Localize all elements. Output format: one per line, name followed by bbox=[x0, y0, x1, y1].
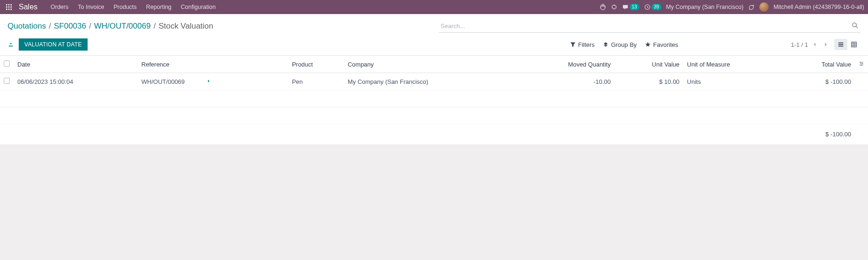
cell-total-value: $ -100.00 bbox=[782, 73, 855, 90]
optional-columns-button[interactable] bbox=[855, 56, 868, 73]
cell-product: Pen bbox=[288, 73, 344, 90]
valuation-table: Date Reference Product Company Moved Qua… bbox=[0, 56, 868, 145]
pivot-view-button[interactable] bbox=[847, 39, 861, 50]
favorites-dropdown[interactable]: Favorites bbox=[645, 41, 678, 48]
breadcrumb-order[interactable]: SF00036 bbox=[54, 22, 86, 31]
table-row[interactable]: 06/06/2023 15:00:04 WH/OUT/00069 Pen My … bbox=[0, 73, 868, 90]
svg-rect-1 bbox=[8, 4, 10, 6]
filters-dropdown[interactable]: Filters bbox=[570, 41, 594, 48]
col-reference[interactable]: Reference bbox=[138, 56, 288, 73]
row-checkbox[interactable] bbox=[4, 78, 10, 84]
select-all-checkbox[interactable] bbox=[4, 60, 10, 67]
nav-to-invoice[interactable]: To Invoice bbox=[73, 1, 109, 13]
search-bar bbox=[439, 20, 861, 33]
svg-rect-5 bbox=[11, 7, 12, 8]
col-uom[interactable]: Unit of Measure bbox=[683, 56, 782, 73]
sliders-icon bbox=[859, 61, 864, 67]
nav-orders[interactable]: Orders bbox=[46, 1, 73, 13]
empty-row bbox=[0, 90, 868, 107]
groupby-dropdown[interactable]: Group By bbox=[603, 41, 637, 48]
cell-uom: Units bbox=[683, 73, 782, 90]
col-total-value[interactable]: Total Value bbox=[782, 56, 855, 73]
nav-reporting[interactable]: Reporting bbox=[141, 1, 176, 13]
cell-unit-value: $ 10.00 bbox=[615, 73, 683, 90]
pager-next[interactable] bbox=[822, 40, 829, 49]
svg-rect-14 bbox=[838, 44, 844, 45]
svg-point-11 bbox=[853, 22, 856, 26]
pager-value[interactable]: 1-1 / 1 bbox=[791, 41, 808, 48]
empty-row bbox=[0, 107, 868, 124]
svg-line-12 bbox=[856, 26, 858, 28]
bug-icon[interactable] bbox=[600, 4, 606, 10]
svg-rect-7 bbox=[8, 9, 10, 10]
funnel-icon bbox=[570, 42, 576, 47]
list-view-button[interactable] bbox=[834, 39, 847, 50]
nav-products[interactable]: Products bbox=[109, 1, 141, 13]
col-product[interactable]: Product bbox=[288, 56, 344, 73]
username[interactable]: Mitchell Admin (42438799-16-0-all) bbox=[773, 4, 864, 10]
svg-rect-8 bbox=[11, 9, 12, 10]
svg-point-22 bbox=[862, 63, 863, 64]
svg-point-23 bbox=[861, 64, 861, 65]
download-icon[interactable] bbox=[7, 41, 14, 49]
svg-point-21 bbox=[860, 61, 861, 62]
col-date[interactable]: Date bbox=[14, 56, 138, 73]
messages-icon[interactable]: 13 bbox=[622, 4, 639, 10]
tour-icon[interactable] bbox=[611, 4, 617, 10]
pager-prev[interactable] bbox=[812, 40, 818, 49]
breadcrumb-picking[interactable]: WH/OUT/00069 bbox=[94, 22, 151, 31]
activities-icon[interactable]: 39 bbox=[644, 4, 661, 10]
cell-company: My Company (San Francisco) bbox=[344, 73, 516, 90]
cell-moved-qty: -10.00 bbox=[516, 73, 615, 90]
svg-rect-4 bbox=[8, 7, 10, 8]
avatar[interactable] bbox=[759, 2, 769, 12]
top-navbar: Sales Orders To Invoice Products Reporti… bbox=[0, 0, 868, 14]
totals-row: $ -100.00 bbox=[0, 124, 868, 145]
svg-rect-2 bbox=[11, 4, 12, 6]
messages-badge: 13 bbox=[630, 4, 639, 10]
apps-icon[interactable] bbox=[4, 2, 14, 12]
svg-rect-3 bbox=[6, 7, 7, 8]
col-company[interactable]: Company bbox=[344, 56, 516, 73]
svg-rect-15 bbox=[838, 46, 844, 47]
activities-badge: 39 bbox=[652, 4, 661, 10]
layers-icon bbox=[603, 42, 608, 47]
nav-configuration[interactable]: Configuration bbox=[176, 1, 220, 13]
svg-rect-6 bbox=[6, 9, 7, 10]
col-moved-qty[interactable]: Moved Quantity bbox=[516, 56, 615, 73]
valuation-at-date-button[interactable]: Valuation at Date bbox=[19, 38, 88, 51]
star-icon bbox=[645, 42, 651, 47]
col-unit-value[interactable]: Unit Value bbox=[615, 56, 683, 73]
search-icon bbox=[852, 22, 859, 29]
svg-rect-13 bbox=[838, 43, 844, 44]
debug-icon[interactable] bbox=[748, 4, 755, 10]
cell-date: 06/06/2023 15:00:04 bbox=[14, 73, 138, 90]
search-input[interactable] bbox=[439, 20, 850, 32]
arrow-right-icon[interactable] bbox=[205, 78, 211, 85]
list-icon bbox=[838, 41, 844, 48]
svg-rect-16 bbox=[852, 42, 857, 47]
svg-rect-0 bbox=[6, 4, 7, 6]
breadcrumb-current: Stock Valuation bbox=[158, 22, 213, 31]
breadcrumb-quotations[interactable]: Quotations bbox=[7, 22, 46, 31]
footer-total-value: $ -100.00 bbox=[782, 124, 855, 145]
pivot-icon bbox=[851, 41, 857, 48]
company-switcher[interactable]: My Company (San Francisco) bbox=[666, 4, 743, 10]
breadcrumb: Quotations / SF00036 / WH/OUT/00069 / St… bbox=[7, 22, 430, 31]
control-panel: Quotations / SF00036 / WH/OUT/00069 / St… bbox=[0, 14, 868, 56]
cell-reference: WH/OUT/00069 bbox=[138, 73, 288, 90]
pager: 1-1 / 1 bbox=[791, 40, 829, 49]
app-brand[interactable]: Sales bbox=[19, 3, 37, 11]
search-button[interactable] bbox=[850, 20, 861, 32]
